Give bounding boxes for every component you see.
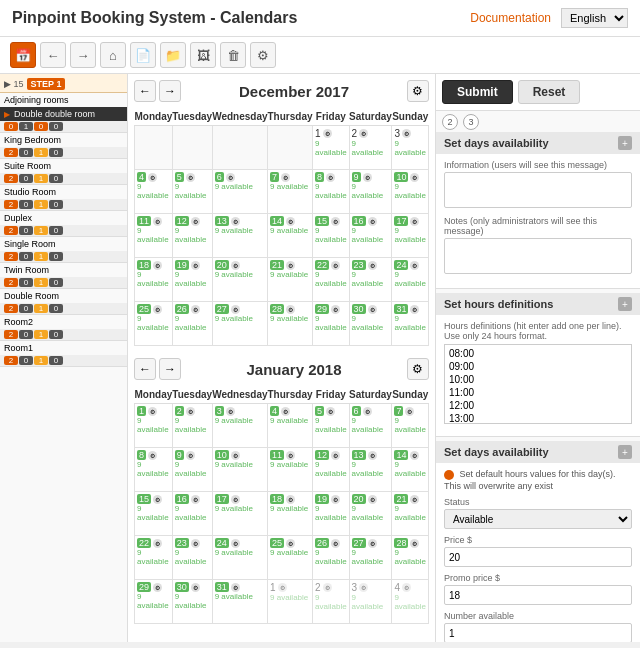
day-settings-icon[interactable]: ⚙ [148, 451, 157, 460]
calendar-day[interactable]: 24⚙9 available [392, 258, 429, 302]
day-settings-icon[interactable]: ⚙ [368, 217, 377, 226]
calendar-day[interactable]: 28⚙9 available [392, 536, 429, 580]
section1-toggle[interactable]: + [618, 136, 632, 150]
calendar-day[interactable]: 5⚙9 available [313, 404, 350, 448]
toolbar-back-btn[interactable]: ← [40, 42, 66, 68]
calendar-day[interactable]: 17⚙9 available [212, 492, 267, 536]
day-settings-icon[interactable]: ⚙ [363, 407, 372, 416]
calendar-day[interactable]: 5⚙9 available [172, 170, 212, 214]
day-settings-icon[interactable]: ⚙ [153, 261, 162, 270]
calendar-day[interactable]: 4⚙9 available [392, 580, 429, 624]
sidebar-item-double2[interactable]: Double Room [0, 289, 127, 303]
calendar-day[interactable]: 4⚙9 available [268, 404, 313, 448]
toolbar-file-btn[interactable]: 📄 [130, 42, 156, 68]
notes-textarea[interactable] [444, 238, 632, 274]
section2-toggle[interactable]: + [618, 297, 632, 311]
day-settings-icon[interactable]: ⚙ [326, 173, 335, 182]
day-settings-icon[interactable]: ⚙ [231, 495, 240, 504]
cal-prev-btn[interactable]: ← [134, 80, 156, 102]
calendar-day[interactable]: 13⚙9 available [349, 448, 392, 492]
calendar-day[interactable]: 9⚙9 available [172, 448, 212, 492]
day-settings-icon[interactable]: ⚙ [153, 583, 162, 592]
calendar-day[interactable]: 22⚙9 available [313, 258, 350, 302]
status-select[interactable]: Available [444, 509, 632, 529]
calendar-day[interactable]: 2⚙9 available [172, 404, 212, 448]
calendar-day[interactable]: 21⚙9 available [392, 492, 429, 536]
day-settings-icon[interactable]: ⚙ [410, 451, 419, 460]
day-settings-icon[interactable]: ⚙ [153, 495, 162, 504]
calendar-day[interactable] [135, 126, 173, 170]
cal-next-btn[interactable]: → [159, 80, 181, 102]
day-settings-icon[interactable]: ⚙ [368, 451, 377, 460]
calendar-day[interactable]: 20⚙9 available [212, 258, 267, 302]
day-settings-icon[interactable]: ⚙ [368, 261, 377, 270]
day-settings-icon[interactable]: ⚙ [286, 261, 295, 270]
calendar-day[interactable]: 12⚙9 available [313, 448, 350, 492]
day-settings-icon[interactable]: ⚙ [153, 305, 162, 314]
info-textarea[interactable] [444, 172, 632, 208]
reset-button[interactable]: Reset [518, 80, 581, 104]
calendar-day[interactable]: 10⚙9 available [212, 448, 267, 492]
calendar-day[interactable] [212, 126, 267, 170]
day-settings-icon[interactable]: ⚙ [331, 495, 340, 504]
day-settings-icon[interactable]: ⚙ [331, 305, 340, 314]
day-settings-icon[interactable]: ⚙ [231, 583, 240, 592]
calendar-day[interactable]: 24⚙9 available [212, 536, 267, 580]
sidebar-item-adjoining[interactable]: Adjoining rooms [0, 93, 127, 107]
sidebar-item-double[interactable]: ▶ Double double room [0, 107, 127, 121]
toolbar-folder-btn[interactable]: 📁 [160, 42, 186, 68]
day-settings-icon[interactable]: ⚙ [405, 407, 414, 416]
day-settings-icon[interactable]: ⚙ [153, 217, 162, 226]
sidebar-item-room2[interactable]: Room2 [0, 315, 127, 329]
day-settings-icon[interactable]: ⚙ [331, 451, 340, 460]
sidebar-item-duplex[interactable]: Duplex [0, 211, 127, 225]
calendar-day[interactable]: 23⚙9 available [349, 258, 392, 302]
calendar-day[interactable]: 3⚙9 available [392, 126, 429, 170]
day-settings-icon[interactable]: ⚙ [186, 407, 195, 416]
calendar-day[interactable]: 30⚙9 available [349, 302, 392, 346]
language-select[interactable]: English [561, 8, 628, 28]
calendar-day[interactable]: 2⚙9 available [313, 580, 350, 624]
calendar-day[interactable]: 25⚙9 available [268, 536, 313, 580]
toolbar-forward-btn[interactable]: → [70, 42, 96, 68]
calendar-day[interactable]: 19⚙9 available [172, 258, 212, 302]
sidebar-item-room1[interactable]: Room1 [0, 341, 127, 355]
day-settings-icon[interactable]: ⚙ [148, 407, 157, 416]
day-settings-icon[interactable]: ⚙ [191, 495, 200, 504]
calendar-day[interactable]: 30⚙9 available [172, 580, 212, 624]
day-settings-icon[interactable]: ⚙ [191, 539, 200, 548]
day-settings-icon[interactable]: ⚙ [286, 495, 295, 504]
calendar-day[interactable]: 26⚙9 available [313, 536, 350, 580]
day-settings-icon[interactable]: ⚙ [278, 583, 287, 592]
day-settings-icon[interactable]: ⚙ [331, 217, 340, 226]
day-settings-icon[interactable]: ⚙ [231, 261, 240, 270]
day-settings-icon[interactable]: ⚙ [368, 305, 377, 314]
calendar-day[interactable]: 8⚙9 available [135, 448, 173, 492]
calendar-day[interactable]: 29⚙9 available [313, 302, 350, 346]
toolbar-calendar-btn[interactable]: 📅 [10, 42, 36, 68]
calendar-day[interactable]: 3⚙9 available [349, 580, 392, 624]
hours-list[interactable]: 08:00 09:00 10:00 11:00 12:00 13:00 [444, 344, 632, 424]
calendar-day[interactable]: 1⚙9 available [268, 580, 313, 624]
calendar-day[interactable]: 7⚙9 available [268, 170, 313, 214]
cal-settings-btn-jan[interactable]: ⚙ [407, 358, 429, 380]
day-settings-icon[interactable]: ⚙ [186, 451, 195, 460]
toolbar-image-btn[interactable]: 🖼 [190, 42, 216, 68]
sidebar-item-twin[interactable]: Twin Room [0, 263, 127, 277]
day-settings-icon[interactable]: ⚙ [226, 407, 235, 416]
calendar-day[interactable]: 25⚙9 available [135, 302, 173, 346]
calendar-day[interactable]: 13⚙9 available [212, 214, 267, 258]
calendar-day[interactable]: 27⚙9 available [349, 536, 392, 580]
calendar-day[interactable]: 11⚙9 available [268, 448, 313, 492]
day-settings-icon[interactable]: ⚙ [286, 451, 295, 460]
calendar-day[interactable] [268, 126, 313, 170]
day-settings-icon[interactable]: ⚙ [191, 583, 200, 592]
day-settings-icon[interactable]: ⚙ [191, 305, 200, 314]
calendar-day[interactable]: 7⚙9 available [392, 404, 429, 448]
calendar-day[interactable]: 8⚙9 available [313, 170, 350, 214]
calendar-day[interactable]: 4⚙9 available [135, 170, 173, 214]
toolbar-trash-btn[interactable]: 🗑 [220, 42, 246, 68]
day-settings-icon[interactable]: ⚙ [410, 173, 419, 182]
calendar-day[interactable]: 29⚙9 available [135, 580, 173, 624]
day-settings-icon[interactable]: ⚙ [363, 173, 372, 182]
